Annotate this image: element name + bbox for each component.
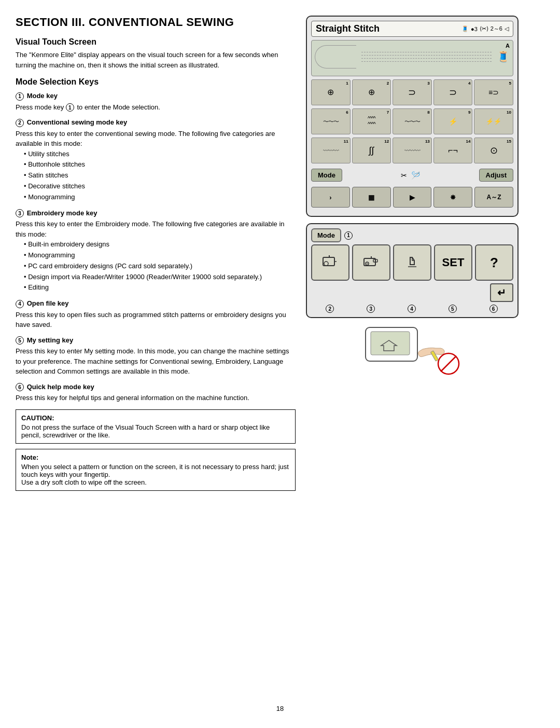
key-labels-row: 2 3 4 5 6 [311,305,513,313]
svg-line-13 [441,356,456,372]
machine-diagram-upper: Straight Stitch 🧵 ●3 ⟨✂⟩ 2～6 ◁ [306,16,519,217]
stitch-cell-14: 14 ⌐¬ [433,138,473,163]
note-text: When you select a pattern or function on… [21,463,290,486]
visual-touch-screen-title: Visual Touch Screen [16,37,296,47]
presser-foot-icon: 🧵 [497,50,510,63]
key-desc-3: Press this key to enter the Embroidery m… [16,219,296,239]
key-item-4: 4 Open file key Press this key to open f… [16,299,296,330]
bullet-list-3: Built-in embroidery designs Monogramming… [24,239,296,293]
stitch-cell-13: 13 〰〰〰 [393,138,432,163]
stitch-cell-3: 3 ⊃ [393,79,432,105]
svg-rect-0 [323,257,334,266]
open-file-icon [403,253,422,272]
svg-point-6 [367,263,368,264]
ctrl-key-2[interactable] [311,244,349,281]
bullet-list-2: Utility stitches Buttonhole stitches Sat… [24,149,296,203]
display-title: Straight Stitch [316,23,380,34]
mode-adjust-row: Mode ✂ 🪡 Adjust [311,167,513,184]
key-label-6: 6 [474,305,513,313]
circle-label-1: 1 [344,231,353,240]
adjust-button[interactable]: Adjust [479,169,513,182]
sewing-machine-2-icon [362,253,381,272]
visual-touch-screen-desc: The "Kenmore Elite" display appears on t… [16,50,296,70]
nav-left[interactable]: › [311,187,350,208]
circle-3: 3 [16,209,24,217]
circle-2: 2 [16,119,24,127]
display-bar: Straight Stitch 🧵 ●3 ⟨✂⟩ 2～6 ◁ [311,21,513,37]
stitch-cell-11: 11 〰〰〰 [311,138,351,163]
list-item: Editing [24,282,296,293]
list-item: Decorative stitches [24,181,296,192]
finger-touch-svg [360,322,464,379]
circle-4: 4 [16,300,24,308]
list-item: Monogramming [24,192,296,203]
key-label-5: 5 [433,305,472,313]
ctrl-key-3[interactable] [352,244,390,281]
svg-rect-11 [371,332,410,355]
screen-area: 🧵 A [311,40,513,76]
note-box: Note: When you select a pattern or funct… [16,449,296,491]
finger-illustration [306,322,519,379]
key-desc-2: Press this key to enter the conventional… [16,129,296,149]
a-label: A [506,43,510,49]
key-desc-4: Press this key to open files such as pro… [16,310,296,330]
key-desc-6: Press this key for helpful tips and gene… [16,393,296,403]
nav-grid[interactable]: ▦ [352,187,391,208]
caution-title: CAUTION: [21,414,290,422]
stitch-cell-10: 10 ⚡⚡ [474,108,513,134]
stitch-cell-4: 4 ⊃ [433,79,473,105]
scissors-icon: ✂ [401,171,407,180]
ctrl-key-set[interactable]: SET [434,244,472,281]
nav-row: › ▦ ▶ ✸ A～Z [311,187,513,208]
machine-diagram-lower: Mode 1 [306,223,519,318]
key-label-2: 2 [311,305,350,313]
key-label-4: 4 [393,305,432,313]
stitch-cell-6: 6 〜〜〜 [311,108,351,134]
stitch-cell-5: 5 ≡⊃ [474,79,513,105]
list-item: Built-in embroidery designs [24,239,296,250]
nav-star[interactable]: ✸ [433,187,472,208]
page: SECTION III. CONVENTIONAL SEWING Visual … [0,0,560,728]
list-item: Buttonhole stitches [24,159,296,170]
list-item: Satin stitches [24,170,296,181]
control-keys: SET ? [311,244,513,281]
stitch-cell-12: 12 ∫∫ [352,138,391,163]
circle-6: 6 [16,383,24,391]
mode-button[interactable]: Mode [311,169,342,182]
stitch-cell-1: 1 ⊕ [311,79,351,105]
stitch-cell-7: 7 ^^^^^^^^ [352,108,391,134]
key-item-2: 2 Conventional sewing mode key Press thi… [16,118,296,203]
ctrl-key-question[interactable]: ? [475,244,513,281]
nav-play[interactable]: ▶ [393,187,432,208]
mode-selection-title: Mode Selection Keys [16,77,296,87]
ctrl-key-4[interactable] [393,244,431,281]
enter-key-container: ↵ [311,283,513,302]
caution-box: CAUTION: Do not press the surface of the… [16,409,296,444]
key-title-1: 1 Mode key [16,92,296,101]
list-item: PC card embroidery designs (PC card sold… [24,261,296,272]
list-item: Design import via Reader/Writer 19000 (R… [24,272,296,283]
mode-key-row: Mode 1 [311,228,513,242]
stitch-cell-9: 9 ⚡ [433,108,473,134]
display-icons: 🧵 ●3 ⟨✂⟩ 2～6 ◁ [461,25,509,33]
list-item: Monogramming [24,250,296,261]
stitch-cell-2: 2 ⊕ [352,79,391,105]
sewing-machine-icon [321,253,340,272]
stitch-cell-15: 15 ⊙ [474,138,513,163]
stitch-cell-8: 8 〜〜〜 [393,108,432,134]
key-label-3: 3 [352,305,391,313]
mode-key-box[interactable]: Mode [311,228,341,242]
list-item: Utility stitches [24,149,296,160]
key-title-4: 4 Open file key [16,299,296,308]
section-title: SECTION III. CONVENTIONAL SEWING [16,16,296,29]
left-column: SECTION III. CONVENTIONAL SEWING Visual … [16,16,296,696]
nav-az[interactable]: A～Z [474,187,513,208]
svg-point-1 [324,262,328,266]
key-item-1: 1 Mode key Press mode key 1 to enter the… [16,92,296,112]
key-title-3: 3 Embroidery mode key [16,209,296,218]
caution-text: Do not press the surface of the Visual T… [21,423,290,439]
middle-icons: ✂ 🪡 [401,171,420,180]
key-item-6: 6 Quick help mode key Press this key for… [16,383,296,403]
enter-key[interactable]: ↵ [490,283,513,302]
note-title: Note: [21,454,290,461]
